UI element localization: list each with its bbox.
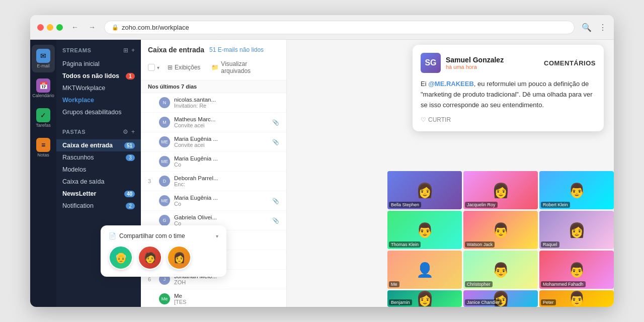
comment-time: há uma hora (446, 64, 539, 70)
email-row-content: Gabriela Olivei...Co (174, 214, 268, 226)
video-label-12: Peter (541, 299, 556, 305)
tasks-icon: ✓ (36, 108, 50, 122)
nav-item-workplace[interactable]: Workplace (56, 94, 141, 106)
unread-count: 51 E-mails não lidos (209, 46, 264, 53)
email-row-num: 6 (148, 276, 155, 282)
comment-user-info: Samuel Gonzalez há uma hora (446, 56, 539, 70)
pastas-add-icon[interactable]: + (131, 128, 135, 135)
video-label-8: Christopher (465, 281, 493, 287)
email-sender: Gabriela Olivei... (174, 214, 268, 220)
folder-item-templates[interactable]: Modelos (56, 164, 141, 176)
email-row[interactable]: Nnicolas.santan...Invitation: Re (141, 93, 286, 113)
sidebar-item-email[interactable]: ✉ E-mail (32, 45, 55, 72)
select-all-checkbox[interactable]: ▾ (148, 64, 159, 71)
email-sender: Deborah Parrel... (174, 175, 279, 181)
pastas-settings-icon[interactable]: ⚙ (123, 128, 128, 135)
share-avatar-2[interactable]: 🧑 (138, 246, 162, 270)
streams-settings-icon[interactable]: ⊞ (123, 47, 128, 54)
nav-item-mktworkplace[interactable]: MKTWorkplace (56, 82, 141, 94)
video-cell-4: 👨 Thomas Klein (387, 211, 462, 249)
email-row-content: nicolas.santan...Invitation: Re (174, 97, 279, 109)
menu-icon[interactable]: ⋮ (599, 23, 607, 32)
video-cell-10: 👩 Benjamin (387, 290, 462, 307)
nav-item-disabled-groups[interactable]: Grupos desabilitados (56, 106, 141, 118)
pastas-header: PASTAS ⚙ + (56, 126, 141, 139)
checkbox-icon (148, 64, 155, 71)
comment-actions: ♡ CURTIR (421, 116, 596, 123)
sender-avatar-icon: D (159, 176, 170, 187)
video-label-6: Raquel (541, 242, 559, 248)
folder-item-newsletter[interactable]: NewsLetter 40 (56, 188, 141, 200)
video-label-2: Jacquelin Roy (465, 202, 498, 208)
email-subject: Invitation: Re (174, 103, 279, 109)
share-dropdown-icon[interactable]: ▾ (216, 233, 218, 239)
email-sender: nicolas.santan... (174, 97, 279, 103)
email-subject: [TES (174, 299, 279, 305)
sender-avatar-icon: ME (159, 136, 170, 147)
video-label-3: Robert Klein (541, 202, 570, 208)
video-label-10: Benjamin (389, 299, 412, 305)
sender-avatar-icon: ME (159, 195, 170, 206)
comment-username: Samuel Gonzalez (446, 56, 539, 64)
person-icon-1: 👴 (110, 247, 132, 269)
search-icon[interactable]: 🔍 (580, 20, 594, 34)
email-sender: Maria Eugênia ... (174, 195, 268, 201)
folder-item-outbox[interactable]: Caixa de saída (56, 176, 141, 188)
sidebar-icon-strip: ✉ E-mail 📅 Calendário ✓ Tarefas ≡ Notas (30, 40, 56, 307)
forward-button[interactable]: → (85, 20, 99, 34)
filter-icon: ⊞ (168, 64, 173, 71)
browser-chrome: ← → 🔒 zoho.com.br/workplace 🔍 ⋮ (30, 15, 614, 40)
share-avatar-1[interactable]: 👴 (109, 246, 133, 270)
notes-icon: ≡ (36, 138, 50, 152)
email-row[interactable]: MEMaria Eugênia ...Co📎 (141, 191, 286, 211)
pastas-title: PASTAS (62, 129, 86, 135)
sidebar-item-calendar[interactable]: 📅 Calendário (32, 74, 55, 102)
traffic-lights (37, 24, 63, 31)
chevron-down-icon: ▾ (157, 65, 159, 70)
share-card-header: 📄 Compartilhar com o time ▾ (109, 232, 218, 239)
like-button[interactable]: ♡ CURTIR (421, 116, 451, 123)
streams-add-icon[interactable]: + (131, 47, 135, 54)
share-avatar-3[interactable]: 👩 (167, 246, 191, 270)
nav-item-home[interactable]: Página inicial (56, 58, 141, 70)
tasks-icon-label: Tarefas (36, 123, 51, 128)
folder-item-notification[interactable]: Notification 2 (56, 200, 141, 212)
email-subject: ZOH (174, 279, 279, 285)
inbox-title: Caixa de entrada (148, 46, 204, 54)
video-cell-7: 👤 Me (387, 251, 462, 289)
email-row[interactable]: MEMaria Eugênia ...Convite acei📎 (141, 132, 286, 152)
close-button-icon[interactable] (37, 24, 44, 31)
sidebar-item-notes[interactable]: ≡ Notas (32, 134, 55, 162)
email-row-content: Maria Eugênia ...Convite acei (174, 136, 268, 148)
email-row[interactable]: MeMe[TES (141, 289, 286, 307)
address-bar[interactable]: 🔒 zoho.com.br/workplace (104, 21, 575, 34)
video-cell-9: 👨 Mohammed Fahadh (539, 251, 614, 289)
email-row[interactable]: MMatheus Marc...Convite acei📎 (141, 113, 286, 132)
email-sender: Maria Eugênia ... (174, 136, 268, 142)
comment-header: SG Samuel Gonzalez há uma hora COMENTÁRI… (421, 53, 596, 73)
archive-button[interactable]: 📁 Visualizar arquivados (208, 59, 279, 76)
calendar-icon: 📅 (36, 78, 50, 93)
nav-item-unread[interactable]: Todos os não lidos 1 (56, 70, 141, 82)
folder-item-inbox[interactable]: Caixa de entrada 51 (56, 139, 141, 151)
archive-label: Visualizar arquivados (221, 60, 276, 74)
sender-avatar-icon: G (159, 215, 170, 226)
comment-section-label: COMENTÁRIOS (544, 59, 596, 67)
video-cell-11: 👩 Janice Chandler (463, 290, 538, 307)
streams-header: STREAMS ⊞ + (56, 45, 141, 58)
minimize-button-icon[interactable] (47, 24, 53, 31)
email-icon-label: E-mail (37, 64, 50, 68)
streams-actions: ⊞ + (123, 47, 135, 54)
video-label-11: Janice Chandler (465, 299, 502, 305)
folder-item-drafts[interactable]: Rascunhos 3 (56, 151, 141, 164)
email-row-content: Matheus Marc...Convite acei (174, 116, 268, 128)
filter-button[interactable]: ⊞ Exibições (165, 62, 203, 72)
sidebar-item-tasks[interactable]: ✓ Tarefas (32, 104, 55, 132)
sender-avatar-icon: Me (159, 293, 170, 304)
email-sender: Maria Eugênia ... (174, 155, 279, 162)
back-button[interactable]: ← (68, 20, 82, 34)
folder-inbox-badge: 51 (124, 142, 135, 149)
email-row[interactable]: 3DDeborah Parrel...Enc: (141, 172, 286, 191)
email-row[interactable]: MEMaria Eugênia ...Co (141, 152, 286, 172)
maximize-button-icon[interactable] (56, 24, 63, 31)
